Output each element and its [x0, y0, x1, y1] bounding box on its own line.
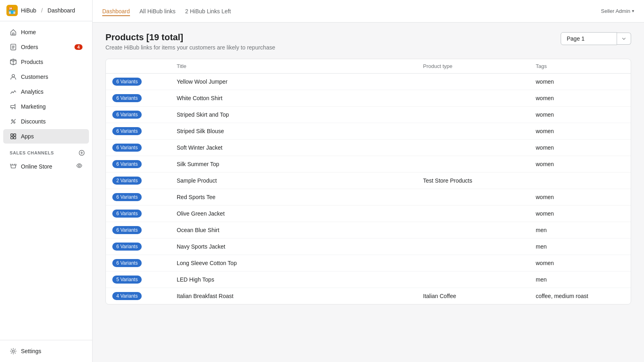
variant-badge[interactable]: 6 Variants [112, 94, 142, 102]
table-row: 2 Variants Sample Product Test Store Pro… [106, 173, 631, 189]
cell-tags: men [536, 227, 624, 233]
table-row: 6 Variants Silk Summer Top women [106, 156, 631, 173]
cell-title: LED High Tops [177, 276, 423, 283]
table-header: Title Product type Tags [106, 59, 631, 74]
home-icon [10, 29, 17, 36]
breadcrumb-separator: / [41, 7, 43, 14]
orders-badge: 4 [74, 44, 83, 50]
svg-point-1 [12, 74, 14, 77]
cell-title: Long Sleeve Cotton Top [177, 260, 423, 266]
sidebar-item-label: Customers [21, 74, 48, 80]
tab-hibub-links-left[interactable]: 2 HiBub Links Left [185, 6, 231, 16]
variant-badge[interactable]: 6 Variants [112, 259, 142, 267]
cell-tags: women [536, 194, 624, 200]
col-title: Title [177, 63, 423, 69]
page-select-dropdown[interactable]: Page 1 Page 2 [561, 32, 617, 45]
seller-admin-menu[interactable]: Seller Admin ▾ [601, 8, 634, 14]
table-row: 6 Variants Red Sports Tee women [106, 189, 631, 206]
sidebar-item-products[interactable]: Products [3, 55, 89, 69]
sidebar-item-settings[interactable]: Settings [3, 344, 89, 358]
variant-badge[interactable]: 6 Variants [112, 226, 142, 234]
cell-variants: 6 Variants [112, 243, 177, 251]
svg-rect-4 [11, 134, 13, 136]
variant-badge[interactable]: 6 Variants [112, 144, 142, 152]
cell-title: Ocean Blue Shirt [177, 227, 423, 233]
cell-product-type: Test Store Products [423, 177, 536, 184]
table-row: 6 Variants White Cotton Shirt women [106, 90, 631, 107]
variant-badge[interactable]: 6 Variants [112, 193, 142, 201]
topbar-tabs: Dashboard All HiBub links 2 HiBub Links … [102, 6, 231, 16]
sidebar-item-analytics[interactable]: Analytics [3, 84, 89, 99]
cell-title: Sample Product [177, 177, 423, 184]
cell-tags: women [536, 144, 624, 151]
cell-variants: 4 Variants [112, 292, 177, 300]
variant-badge[interactable]: 6 Variants [112, 210, 142, 218]
customers-icon [10, 73, 17, 80]
cell-tags: coffee, medium roast [536, 293, 624, 299]
variant-badge[interactable]: 5 Variants [112, 276, 142, 284]
svg-point-9 [78, 165, 80, 167]
discounts-icon [10, 118, 17, 125]
sidebar-item-orders[interactable]: Orders 4 [3, 40, 89, 54]
cell-variants: 6 Variants [112, 127, 177, 135]
sidebar-item-discounts[interactable]: Discounts [3, 114, 89, 129]
cell-variants: 6 Variants [112, 111, 177, 119]
variant-badge[interactable]: 6 Variants [112, 243, 142, 251]
variant-badge[interactable]: 6 Variants [112, 78, 142, 86]
online-store-icon [10, 163, 17, 170]
variant-badge[interactable]: 2 Variants [112, 177, 142, 185]
sidebar-item-online-store[interactable]: Online Store [3, 159, 89, 174]
cell-tags: women [536, 111, 624, 118]
sidebar-item-label: Settings [21, 348, 41, 354]
cell-tags: women [536, 95, 624, 101]
page-header-text: Products [19 total] Create HiBub links f… [105, 32, 275, 51]
sales-channels-label: SALES CHANNELS [10, 150, 54, 155]
cell-tags: men [536, 243, 624, 250]
main-content: Dashboard All HiBub links 2 HiBub Links … [93, 0, 644, 362]
add-sales-channel-button[interactable] [78, 149, 86, 157]
sidebar-item-label: Discounts [21, 118, 45, 125]
page-header: Products [19 total] Create HiBub links f… [105, 32, 631, 51]
cell-title: Yellow Wool Jumper [177, 78, 423, 85]
tab-dashboard[interactable]: Dashboard [102, 6, 130, 16]
variant-badge[interactable]: 6 Variants [112, 111, 142, 119]
sidebar-item-label: Online Store [21, 163, 52, 170]
sidebar-item-apps[interactable]: Apps [3, 129, 89, 144]
svg-point-2 [12, 120, 13, 121]
cell-title: Olive Green Jacket [177, 210, 423, 217]
cell-variants: 6 Variants [112, 78, 177, 86]
variant-badge[interactable]: 6 Variants [112, 160, 142, 168]
table-row: 6 Variants Navy Sports Jacket men [106, 239, 631, 255]
page-subtitle: Create HiBub links for items your custom… [105, 44, 275, 51]
sidebar-item-label: Analytics [21, 88, 43, 95]
cell-variants: 5 Variants [112, 276, 177, 284]
page-select-chevron-button[interactable] [617, 33, 631, 45]
cell-variants: 2 Variants [112, 177, 177, 185]
svg-rect-7 [14, 137, 16, 139]
cell-title: Silk Summer Top [177, 161, 423, 167]
cell-variants: 6 Variants [112, 210, 177, 218]
orders-icon [10, 43, 17, 51]
cell-variants: 6 Variants [112, 160, 177, 168]
variant-badge[interactable]: 4 Variants [112, 292, 142, 300]
sidebar-item-marketing[interactable]: Marketing [3, 99, 89, 114]
table-row: 6 Variants Long Sleeve Cotton Top women [106, 255, 631, 272]
cell-title: Navy Sports Jacket [177, 243, 423, 250]
cell-product-type: Italian Coffee [423, 293, 536, 299]
svg-rect-5 [14, 134, 16, 136]
cell-tags: women [536, 161, 624, 167]
cell-title: Red Sports Tee [177, 194, 423, 200]
variant-badge[interactable]: 6 Variants [112, 127, 142, 135]
settings-icon [10, 348, 17, 355]
sidebar-item-home[interactable]: Home [3, 25, 89, 39]
tab-all-hibub-links[interactable]: All HiBub links [140, 6, 175, 16]
sidebar-item-label: Home [21, 29, 36, 35]
online-store-visibility-icon[interactable] [76, 162, 83, 170]
cell-variants: 6 Variants [112, 94, 177, 102]
sidebar-item-customers[interactable]: Customers [3, 70, 89, 84]
cell-variants: 6 Variants [112, 226, 177, 234]
topbar: Dashboard All HiBub links 2 HiBub Links … [93, 0, 644, 23]
col-product-type: Product type [423, 63, 536, 69]
col-variants [112, 63, 177, 69]
content-area: Products [19 total] Create HiBub links f… [93, 23, 644, 362]
